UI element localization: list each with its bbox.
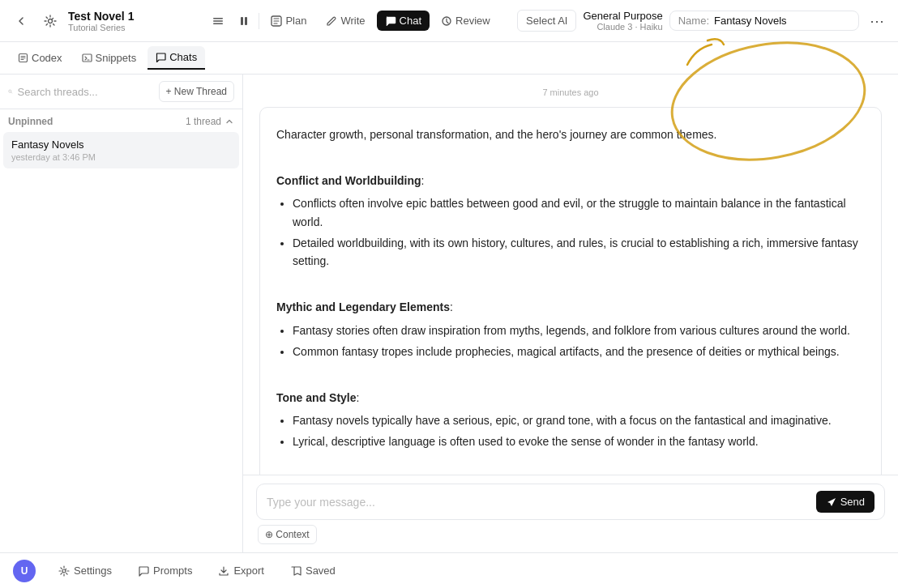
model-info: General Purpose Claude 3 · Haiku <box>583 10 662 32</box>
sidebar-section-unpinned: Unpinned 1 thread <box>0 109 242 130</box>
timestamp-badge: 7 minutes ago <box>259 87 882 97</box>
sidebar-search-row: + New Thread <box>0 75 242 109</box>
model-sub: Claude 3 · Haiku <box>583 22 662 32</box>
name-field-wrap: Name: <box>669 11 859 31</box>
sidebar-toggle-button[interactable] <box>207 10 229 32</box>
top-nav: Test Novel 1 Tutorial Series Plan Write <box>0 0 898 42</box>
svg-rect-3 <box>213 20 223 22</box>
main-layout: + New Thread Unpinned 1 thread Fantasy N… <box>0 75 898 552</box>
project-info: Test Novel 1 Tutorial Series <box>68 10 134 32</box>
tab-snippets[interactable]: Snippets <box>74 47 145 69</box>
pause-button[interactable] <box>233 10 255 32</box>
svg-rect-2 <box>213 18 223 19</box>
settings-button[interactable]: Settings <box>52 561 118 580</box>
list-item: Lyrical, descriptive language is often u… <box>293 432 865 450</box>
message-input-row: Send <box>256 484 885 520</box>
saved-button[interactable]: Saved <box>284 561 342 580</box>
section-header: Unpinned 1 thread <box>8 116 234 127</box>
input-bottom-row: ⊕ Context <box>256 525 885 544</box>
nav-right: Select AI General Purpose Claude 3 · Hai… <box>517 10 888 32</box>
svg-rect-4 <box>213 23 223 24</box>
nav-left: Test Novel 1 Tutorial Series <box>10 10 188 32</box>
new-thread-button[interactable]: + New Thread <box>159 81 235 102</box>
thread-time: yesterday at 3:46 PM <box>11 152 231 162</box>
send-button[interactable]: Send <box>816 491 874 513</box>
section-count: 1 thread <box>186 116 234 127</box>
bottom-bar: U Settings Prompts Export Saved <box>0 552 898 588</box>
name-label: Name: <box>678 15 709 27</box>
back-button[interactable] <box>10 10 32 32</box>
list-item: Conflicts often involve epic battles bet… <box>293 194 865 231</box>
chat-button[interactable]: Chat <box>377 11 430 31</box>
select-ai-button[interactable]: Select AI <box>517 10 576 32</box>
export-button[interactable]: Export <box>212 561 271 580</box>
message-content: Character growth, personal transformatio… <box>259 107 882 475</box>
plan-button[interactable]: Plan <box>263 11 314 31</box>
thread-name: Fantasy Novels <box>11 138 231 151</box>
review-button[interactable]: Review <box>433 11 498 31</box>
tab-codex[interactable]: Codex <box>10 47 71 69</box>
name-input[interactable] <box>714 15 850 27</box>
section-label: Unpinned <box>8 116 53 127</box>
chevron-up-icon <box>224 117 234 126</box>
settings-icon-button[interactable] <box>39 10 62 32</box>
more-options-button[interactable]: ⋯ <box>866 10 888 32</box>
model-name: General Purpose <box>583 10 662 22</box>
list-item: Fantasy stories often draw inspiration f… <box>293 322 865 339</box>
prompts-button[interactable]: Prompts <box>131 561 199 580</box>
thread-item-fantasy-novels[interactable]: Fantasy Novels yesterday at 3:46 PM <box>3 132 239 168</box>
list-item: Detailed worldbuilding, with its own his… <box>293 234 865 271</box>
nav-center: Plan Write Chat Review <box>195 10 511 32</box>
write-button[interactable]: Write <box>318 11 373 31</box>
svg-point-10 <box>9 90 11 92</box>
chat-messages: 7 minutes ago Character growth, personal… <box>243 75 898 475</box>
section-heading-3: Tone and Style <box>276 391 357 404</box>
sidebar: + New Thread Unpinned 1 thread Fantasy N… <box>0 75 243 552</box>
chat-area: 7 minutes ago Character growth, personal… <box>243 75 898 552</box>
project-subtitle: Tutorial Series <box>68 23 134 32</box>
section-heading-1: Conflict and Worldbuilding <box>276 174 421 187</box>
search-icon <box>8 86 13 97</box>
list-item: Fantasy novels typically have a serious,… <box>293 411 865 429</box>
message-input[interactable] <box>267 496 810 509</box>
project-title: Test Novel 1 <box>68 10 134 23</box>
tab-chats[interactable]: Chats <box>148 46 205 70</box>
svg-rect-6 <box>245 17 247 25</box>
avatar: U <box>13 560 36 582</box>
input-area: Send ⊕ Context <box>243 475 898 552</box>
section-heading-2: Mythic and Legendary Elements <box>276 300 450 313</box>
tab-row: Codex Snippets Chats <box>0 42 898 75</box>
message-text: Character growth, personal transformatio… <box>276 126 865 475</box>
list-item: Common fantasy tropes include prophecies… <box>293 343 865 360</box>
search-input[interactable] <box>18 86 154 98</box>
svg-rect-5 <box>241 17 243 25</box>
context-button[interactable]: ⊕ Context <box>258 525 317 544</box>
